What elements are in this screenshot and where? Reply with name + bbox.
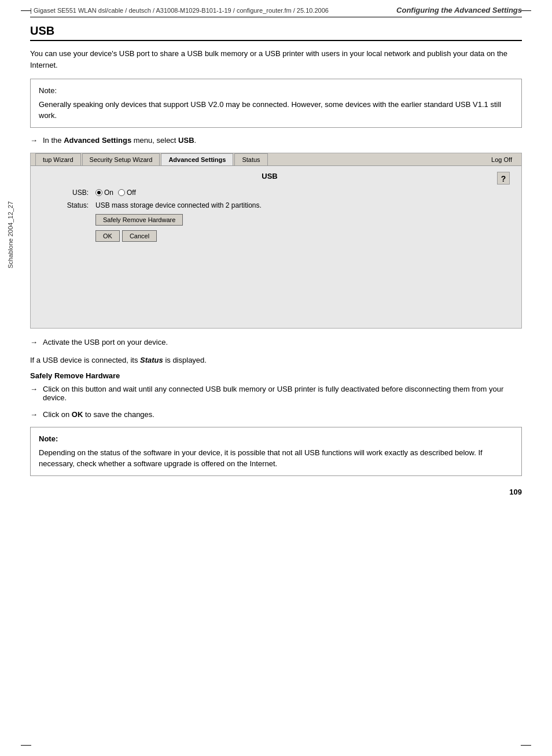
- page-number: 109: [30, 488, 522, 496]
- radio-off-label: Off: [127, 189, 136, 197]
- arrow-instruction-2: → Activate the USB port on your device.: [30, 338, 522, 346]
- bottom-rule-left: [21, 745, 31, 746]
- radio-off-dot[interactable]: [118, 189, 125, 196]
- usb-row: USB: On Off: [42, 189, 510, 197]
- arrow-icon-1: →: [30, 136, 39, 145]
- note1-label: Note:: [39, 85, 513, 97]
- safely-remove-row: Safely Remove Hardware: [95, 214, 510, 226]
- note2-label: Note:: [39, 433, 513, 445]
- bullet-1: → Click on this button and wait until an…: [30, 385, 522, 402]
- ok-cancel-row: OK Cancel: [95, 230, 510, 242]
- arrow-icon-2: →: [30, 338, 39, 346]
- router-tabs-left: tup Wizard Security Setup Wizard Advance…: [35, 153, 269, 165]
- status-row: Status: USB mass storage device connecte…: [42, 201, 510, 209]
- top-rule-left: [21, 10, 31, 11]
- router-body: ? USB USB: On Off Status:: [31, 166, 521, 328]
- status-bold: Status: [140, 356, 163, 364]
- intro-text: You can use your device's USB port to sh…: [30, 48, 522, 71]
- tab-security-wizard[interactable]: Security Setup Wizard: [82, 153, 160, 165]
- side-label: Schablone 2004_12_27: [7, 201, 14, 268]
- note-box-2: Note: Depending on the status of the sof…: [30, 427, 522, 476]
- tab-status[interactable]: Status: [234, 153, 267, 165]
- bullet2-text: Click on OK to save the changes.: [43, 410, 154, 419]
- arrow-instruction-1: → In the Advanced Settings menu, select …: [30, 136, 522, 145]
- bullet1-text: Click on this button and wait until any …: [43, 385, 522, 402]
- radio-on[interactable]: On: [95, 189, 113, 197]
- arrow2-text: Activate the USB port on your device.: [43, 338, 168, 346]
- status-text: If a USB device is connected, its: [30, 356, 140, 364]
- safely-remove-heading: Safely Remove Hardware: [30, 371, 522, 380]
- status-paragraph: If a USB device is connected, its Status…: [30, 355, 522, 366]
- bullet-2: → Click on OK to save the changes.: [30, 410, 522, 419]
- note-box-1: Note: Generally speaking only devices th…: [30, 79, 522, 128]
- arrow-icon-3: →: [30, 385, 39, 393]
- usb-label: USB:: [42, 189, 89, 197]
- header-left: | Gigaset SE551 WLAN dsl/cable / deutsch…: [30, 7, 329, 14]
- header-right: Configuring the Advanced Settings: [396, 6, 522, 14]
- help-icon[interactable]: ?: [497, 172, 510, 185]
- top-rule-right: [521, 10, 531, 11]
- note1-text: Generally speaking only devices that sup…: [39, 99, 513, 121]
- radio-on-label: On: [104, 189, 113, 197]
- status-end: is displayed.: [163, 356, 207, 364]
- radio-on-dot[interactable]: [95, 189, 102, 196]
- tab-advanced-settings[interactable]: Advanced Settings: [161, 153, 233, 165]
- arrow-icon-4: →: [30, 410, 39, 419]
- note2-text: Depending on the status of the software …: [39, 447, 513, 470]
- ok-button[interactable]: OK: [95, 230, 120, 242]
- radio-off[interactable]: Off: [118, 189, 136, 197]
- section-title: USB: [30, 24, 522, 38]
- router-tabs: tup Wizard Security Setup Wizard Advance…: [31, 153, 521, 166]
- arrow1-text: In the Advanced Settings menu, select US…: [43, 136, 196, 145]
- page-header: | Gigaset SE551 WLAN dsl/cable / deutsch…: [30, 6, 522, 17]
- cancel-button[interactable]: Cancel: [122, 230, 157, 242]
- status-value: USB mass storage device connected with 2…: [95, 201, 262, 209]
- router-section-title: USB: [42, 172, 510, 180]
- section-divider: [30, 40, 522, 41]
- status-label: Status:: [42, 201, 89, 209]
- usb-radio-group: On Off: [95, 189, 136, 197]
- log-off-link[interactable]: Log Off: [487, 154, 517, 165]
- safely-remove-button[interactable]: Safely Remove Hardware: [95, 214, 183, 226]
- tab-setup-wizard[interactable]: tup Wizard: [35, 153, 81, 165]
- router-ui: tup Wizard Security Setup Wizard Advance…: [30, 153, 522, 329]
- bottom-rule-right: [521, 745, 531, 746]
